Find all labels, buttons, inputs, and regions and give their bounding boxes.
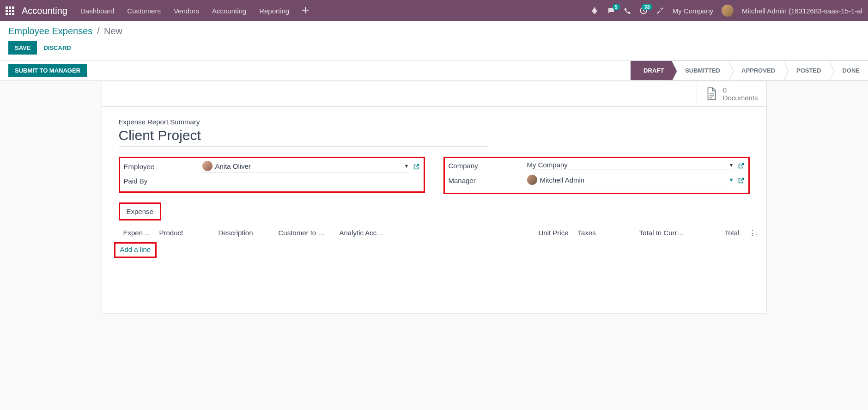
submit-to-manager-button[interactable]: SUBMIT TO MANAGER [8, 64, 87, 77]
caret-down-icon[interactable]: ▼ [404, 163, 409, 169]
manager-value: Mitchell Admin [540, 176, 585, 184]
employee-field[interactable]: Anita Oliver ▼ [202, 161, 409, 172]
company-manager-highlight-box: Company My Company ▼ Manager [443, 157, 750, 194]
caret-down-icon[interactable]: ▼ [729, 162, 734, 168]
nav-plus-icon[interactable] [302, 7, 309, 15]
col-total[interactable]: Total [689, 229, 744, 237]
nav-right: 5 33 My Company Mitchell Admin (16312683… [590, 5, 862, 17]
manager-avatar [527, 175, 537, 185]
employee-avatar [202, 161, 212, 171]
document-icon [705, 87, 717, 101]
nav-customers[interactable]: Customers [127, 7, 161, 15]
employee-value: Anita Oliver [215, 162, 251, 170]
user-menu[interactable]: Mitchell Admin (16312683-saas-15-1-al [742, 7, 862, 15]
status-posted[interactable]: POSTED [783, 61, 829, 80]
summary-label: Expense Report Summary [119, 118, 750, 126]
nav-reporting[interactable]: Reporting [259, 7, 289, 15]
col-taxes[interactable]: Taxes [573, 229, 629, 237]
employee-label: Employee [124, 163, 202, 171]
status-submitted[interactable]: SUBMITTED [672, 61, 728, 80]
add-line-button[interactable]: Add a line [120, 245, 151, 253]
messages-icon[interactable]: 5 [607, 6, 615, 15]
status-draft[interactable]: DRAFT [631, 61, 672, 80]
external-link-icon[interactable] [738, 162, 745, 169]
breadcrumb-sep: / [97, 26, 100, 36]
nav-vendors[interactable]: Vendors [174, 7, 199, 15]
statusbar: SUBMIT TO MANAGER DRAFT SUBMITTED APPROV… [0, 61, 868, 81]
apps-icon[interactable] [6, 6, 14, 15]
report-title-input[interactable] [119, 127, 488, 147]
expense-lines-table: Expen… Product Description Customer to …… [102, 225, 766, 313]
nav-dashboard[interactable]: Dashboard [80, 7, 114, 15]
add-line-highlight-box: Add a line [114, 242, 157, 258]
discard-button[interactable]: DISCARD [43, 44, 71, 51]
col-total-currency[interactable]: Total In Curr… [629, 229, 689, 237]
nav-accounting[interactable]: Accounting [212, 7, 246, 15]
col-customer[interactable]: Customer to … [274, 229, 335, 237]
top-nav: Accounting Dashboard Customers Vendors A… [0, 0, 868, 21]
phone-icon[interactable] [624, 7, 631, 14]
company-label: Company [449, 162, 527, 170]
col-product[interactable]: Product [155, 229, 214, 237]
employee-highlight-box: Employee Anita Oliver ▼ Paid By [119, 157, 425, 193]
company-selector[interactable]: My Company [673, 7, 713, 15]
control-panel: Employee Expenses / New SAVE DISCARD [0, 21, 868, 61]
form-sheet: 0 Documents Expense Report Summary Emplo… [102, 81, 767, 314]
company-field[interactable]: My Company ▼ [527, 161, 734, 170]
status-done[interactable]: DONE [829, 61, 868, 80]
app-brand[interactable]: Accounting [22, 6, 67, 16]
save-button[interactable]: SAVE [8, 41, 37, 55]
manager-field[interactable]: Mitchell Admin ▼ [527, 175, 734, 186]
activity-icon[interactable]: 33 [639, 6, 648, 15]
status-steps: DRAFT SUBMITTED APPROVED POSTED DONE [631, 61, 868, 80]
user-avatar[interactable] [722, 5, 734, 17]
company-value: My Company [527, 161, 568, 169]
manager-label: Manager [449, 177, 527, 184]
activity-badge: 33 [642, 4, 652, 10]
tools-icon[interactable] [656, 6, 664, 15]
status-approved[interactable]: APPROVED [728, 61, 783, 80]
col-analytic[interactable]: Analytic Acc… [335, 229, 395, 237]
tab-expense[interactable]: Expense [119, 202, 161, 220]
documents-button[interactable]: 0 Documents [697, 81, 766, 106]
breadcrumb: Employee Expenses / New [8, 26, 860, 37]
documents-label: Documents [723, 94, 758, 102]
nav-menu: Dashboard Customers Vendors Accounting R… [80, 7, 309, 15]
kebab-icon[interactable]: ⋮ [744, 229, 758, 237]
breadcrumb-parent[interactable]: Employee Expenses [8, 26, 92, 36]
paidby-label: Paid By [124, 177, 202, 185]
col-unit-price[interactable]: Unit Price [522, 229, 573, 237]
col-expense-date[interactable]: Expen… [119, 229, 155, 237]
messages-badge: 5 [613, 4, 620, 10]
breadcrumb-current: New [104, 26, 122, 36]
caret-down-icon[interactable]: ▼ [729, 177, 734, 183]
external-link-icon[interactable] [413, 163, 420, 170]
documents-count: 0 [723, 86, 758, 94]
external-link-icon[interactable] [738, 177, 745, 184]
bug-icon[interactable] [590, 6, 599, 15]
col-description[interactable]: Description [214, 229, 274, 237]
